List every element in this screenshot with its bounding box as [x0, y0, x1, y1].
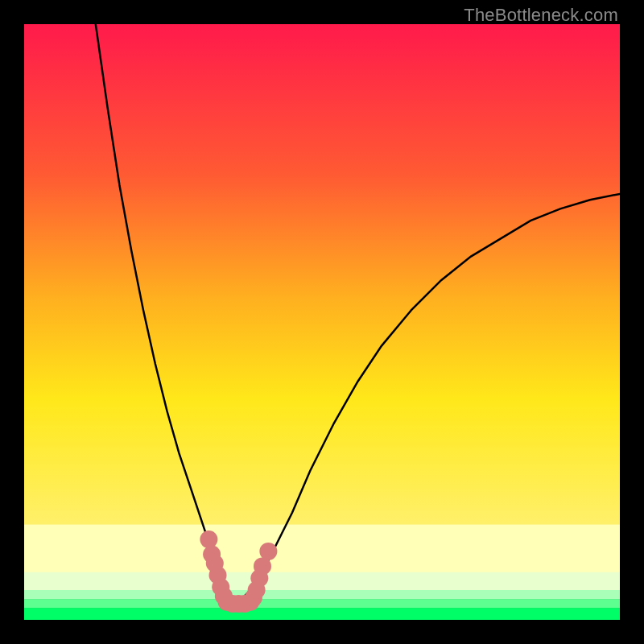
curve-left — [96, 24, 233, 602]
watermark-text: TheBottleneck.com — [464, 5, 618, 26]
curve-markers — [200, 530, 277, 613]
marker-dot — [200, 530, 217, 548]
marker-dot — [259, 543, 277, 560]
curve-layer — [24, 24, 620, 620]
chart-frame: TheBottleneck.com — [0, 0, 644, 644]
plot-area — [24, 24, 620, 620]
curve-right — [233, 194, 620, 602]
